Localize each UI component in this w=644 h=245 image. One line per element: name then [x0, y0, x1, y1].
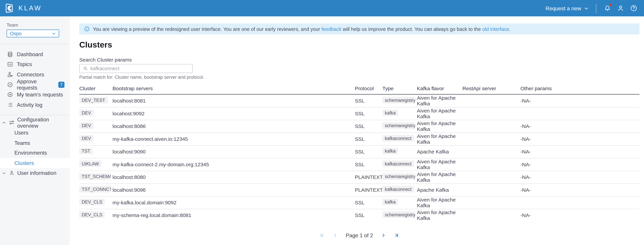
sidebar-item-label: Connectors: [17, 71, 44, 78]
protocol-cell: PLAINTEXT: [355, 184, 382, 196]
protocol-cell: PLAINTEXT: [355, 171, 382, 183]
column-header-bootstrap-servers: Bootstrap servers: [112, 83, 355, 94]
cluster-name-chip: UIKLAW: [79, 161, 102, 167]
banner-text-part: will help us improve the product. You ca…: [342, 26, 482, 32]
profile-button[interactable]: [617, 4, 624, 12]
type-chip: kafkaconnect: [382, 161, 414, 167]
team-select[interactable]: Ospo: [6, 29, 59, 37]
table-row: TST_CONNCT localhost:9096 PLAINTEXT kafk…: [79, 184, 640, 196]
sidebar-item-clusters[interactable]: Clusters: [0, 158, 70, 168]
cluster-cell: DEV: [79, 133, 112, 145]
type-cell: schemaregistry: [382, 171, 417, 183]
restapi-server-cell: [462, 209, 520, 222]
chevron-down-icon: [2, 171, 6, 175]
restapi-server-cell: [462, 145, 520, 158]
other-params-cell: -NA-: [520, 133, 640, 145]
protocol-cell: SSL: [355, 209, 382, 222]
sidebar-group-user-information[interactable]: User information: [0, 168, 70, 178]
kafka-flavor-cell: Aiven for Apache Kafka: [417, 94, 462, 107]
sidebar-item-label: Users: [14, 130, 28, 136]
last-page-button[interactable]: [394, 233, 399, 238]
type-cell: kafka: [382, 107, 417, 120]
type-chip: schemaregistry: [382, 212, 415, 218]
team-select-value: Ospo: [10, 30, 22, 36]
cluster-cell: DEV: [79, 107, 112, 120]
protocol-cell: SSL: [355, 196, 382, 209]
protocol-cell: SSL: [355, 94, 382, 107]
cluster-name-chip: DEV_CLS: [79, 212, 105, 218]
cluster-cell: DEV: [79, 120, 112, 133]
cluster-name-chip: DEV_CLS: [79, 199, 105, 205]
topics-icon: [7, 61, 13, 68]
user-icon: [617, 4, 624, 12]
sidebar-item-my-teams-requests[interactable]: My team's requests: [0, 90, 70, 100]
sidebar-item-activity-log[interactable]: Activity log: [0, 100, 70, 110]
type-cell: schemaregistry: [382, 209, 417, 222]
sidebar-item-connectors[interactable]: Connectors: [0, 69, 70, 80]
table-row: UIKLAW my-kafka-connect-2.my-domain.org:…: [79, 158, 640, 171]
banner-text-part: .: [509, 26, 510, 32]
other-params-cell: -NA-: [520, 120, 640, 133]
sidebar-item-label: Clusters: [14, 160, 34, 166]
sidebar-item-environments[interactable]: Environments: [0, 148, 70, 158]
sidebar-item-topics[interactable]: Topics: [0, 59, 70, 69]
page-title: Clusters: [79, 40, 640, 49]
bootstrap-servers-cell: localhost:8081: [112, 94, 355, 107]
table-row: DEV_CLS my-kafka.local.domain:9092 SSL k…: [79, 196, 640, 209]
app-window: KLAW Request a new: [0, 0, 644, 245]
type-chip: kafka: [382, 148, 398, 154]
info-icon: [84, 26, 90, 32]
restapi-server-cell: [462, 196, 520, 209]
cluster-name-chip: TST_CONNCT: [79, 186, 111, 192]
sidebar-group-configuration-overview[interactable]: Configuration overview: [0, 118, 70, 128]
sliders-icon: [8, 120, 15, 126]
kafka-flavor-cell: Apache Kafka: [417, 184, 462, 196]
cluster-name-chip: DEV: [79, 122, 94, 129]
cluster-name-chip: DEV_TEST: [79, 97, 108, 104]
search-input[interactable]: [90, 66, 189, 71]
sidebar-item-label: Activity log: [17, 102, 42, 108]
restapi-server-cell: [462, 184, 520, 196]
klaw-logo[interactable]: KLAW: [0, 3, 42, 13]
sidebar-item-approve-requests[interactable]: Approve requests 7: [0, 80, 70, 90]
table-row: TST_SCHEMA localhost:8080 PLAINTEXT sche…: [79, 171, 640, 183]
help-button[interactable]: [630, 4, 638, 12]
table-row: DEV my-kafka-connect.aiven.io:12345 SSL …: [79, 133, 640, 145]
protocol-cell: SSL: [355, 145, 382, 158]
other-params-cell: -NA-: [520, 158, 640, 171]
request-a-new-button[interactable]: Request a new: [546, 5, 589, 11]
cluster-cell: TST_SCHEMA: [79, 171, 112, 183]
klaw-logo-icon: [4, 3, 15, 13]
table-row: TST localhost:9090 SSL kafka Apache Kafk…: [79, 145, 640, 158]
sidebar-item-dashboard[interactable]: Dashboard: [0, 49, 70, 59]
search-label: Search Cluster params: [79, 57, 640, 63]
previous-page-button[interactable]: [333, 233, 338, 238]
notifications-button[interactable]: [604, 4, 611, 12]
sidebar-item-label: Environments: [14, 150, 47, 156]
search-box: [79, 64, 193, 73]
sidebar-item-users[interactable]: Users: [0, 128, 70, 138]
old-interface-link[interactable]: old interface: [482, 26, 509, 32]
type-chip: schemaregistry: [382, 173, 415, 180]
next-page-button[interactable]: [381, 233, 386, 238]
banner-text: You are viewing a preview of the redesig…: [93, 26, 510, 32]
restapi-server-cell: [462, 94, 520, 107]
type-chip: kafka: [382, 110, 398, 116]
bootstrap-servers-cell: my-kafka-connect-2.my-domain.org:12345: [112, 158, 355, 171]
first-page-button[interactable]: [320, 233, 325, 238]
page-indicator: Page 1 of 2: [346, 232, 373, 239]
table-row: DEV locahost:9092 SSL kafka Aiven for Ap…: [79, 107, 640, 120]
request-a-new-label: Request a new: [546, 5, 581, 11]
chevron-up-icon: [2, 121, 6, 125]
type-cell: kafkaconnect: [382, 158, 417, 171]
column-header-restapi-server: RestApi server: [462, 83, 520, 94]
kafka-flavor-cell: Aiven for Apache Kafka: [417, 196, 462, 209]
feedback-link[interactable]: feedback: [321, 26, 342, 32]
other-params-cell: -NA-: [520, 171, 640, 183]
sidebar-item-label: Approve requests: [17, 78, 55, 91]
kafka-flavor-cell: Aiven for Apache Kafka: [417, 171, 462, 183]
other-params-cell: -NA-: [520, 145, 640, 158]
table-header-row: Cluster Bootstrap servers Protocol Type …: [79, 83, 640, 94]
sidebar-item-teams[interactable]: Teams: [0, 138, 70, 148]
other-params-cell: [520, 196, 640, 209]
